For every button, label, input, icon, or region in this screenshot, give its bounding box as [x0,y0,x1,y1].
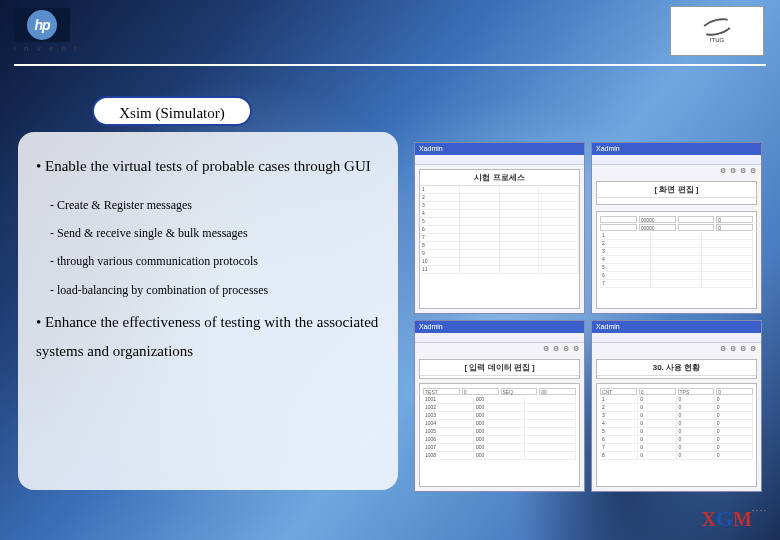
table-row: 1004000 [423,420,576,428]
xgm-x: X [702,508,716,530]
data-panel: CNT0TPS0 1000 2000 3000 4000 5000 6000 7… [596,383,757,487]
window-titlebar: Xadmin [592,143,761,155]
header-panel: [ 화면 편집 ] [596,181,757,205]
table-row: 3 [600,248,753,256]
table-row: 1007000 [423,444,576,452]
sub-bullet-3: - through various communication protocol… [50,251,380,271]
table-row: 1006000 [423,436,576,444]
toolbar-icons: ⚙ ⚙ ⚙ ⚙ [720,167,757,175]
table-row: 7000 [600,444,753,452]
table-row: 8000 [600,452,753,460]
table-row: 2000 [600,404,753,412]
itug-swirl-icon [699,15,734,39]
table-row: 4 [420,210,579,218]
bullet-2: Enhance the effectiveness of testing wit… [36,308,380,365]
toolbar-icons: ⚙ ⚙ ⚙ ⚙ [543,345,580,353]
table-row: 6 [420,226,579,234]
table-row: 6 [600,272,753,280]
table-row: 5 [420,218,579,226]
table-row: 11 [420,266,579,274]
sub-bullet-4: - load-balancing by combination of proce… [50,280,380,300]
screenshot-bl: Xadmin ⚙ ⚙ ⚙ ⚙ [ 입력 데이터 편집 ] TEST0SEQ00 … [414,320,585,492]
form-panel: 000000 000000 1 2 3 4 5 6 7 [596,211,757,309]
window-titlebar: Xadmin [592,321,761,333]
itug-logo: ITUG [670,6,764,56]
window-toolbar [592,333,761,343]
window-body: ⚙ ⚙ ⚙ ⚙ 30. 사용 현황 CNT0TPS0 1000 2000 300… [592,343,761,491]
form-row: CNT0TPS0 [600,388,753,395]
table-row: 2 [600,240,753,248]
window-toolbar [415,155,584,165]
table-row: 3 [420,202,579,210]
table-row: 9 [420,250,579,258]
table-row: 7 [600,280,753,288]
header-divider [14,64,766,66]
itug-text: ITUG [710,37,724,44]
section-title-badge: Xsim (Simulator) [92,96,252,126]
screenshot-br: Xadmin ⚙ ⚙ ⚙ ⚙ 30. 사용 현황 CNT0TPS0 1000 2… [591,320,762,492]
panel-title: [ 입력 데이터 편집 ] [420,360,579,376]
table-row: 5000 [600,428,753,436]
bullet-1: Enable the virtual tests of probable cas… [36,152,380,181]
content-card: Enable the virtual tests of probable cas… [18,132,398,490]
window-body: ⚙ ⚙ ⚙ ⚙ [ 입력 데이터 편집 ] TEST0SEQ00 1001000… [415,343,584,491]
header-panel: [ 입력 데이터 편집 ] [419,359,580,379]
hp-logo: hp [14,8,70,42]
table-row: 1003000 [423,412,576,420]
table-row: 4000 [600,420,753,428]
window-body: ⚙ ⚙ ⚙ ⚙ [ 화면 편집 ] 000000 000000 1 2 3 4 … [592,165,761,313]
table-row: 7 [420,234,579,242]
table-row: 8 [420,242,579,250]
screenshot-grid: Xadmin 시험 프로세스 1 2 3 4 5 6 7 8 9 10 11 [414,142,762,492]
window-titlebar: Xadmin [415,321,584,333]
table-row: 4 [600,256,753,264]
table-panel: 시험 프로세스 1 2 3 4 5 6 7 8 9 10 11 [419,169,580,309]
panel-title: 30. 사용 현황 [597,360,756,376]
window-body: 시험 프로세스 1 2 3 4 5 6 7 8 9 10 11 [415,165,584,313]
form-row: TEST0SEQ00 [423,388,576,395]
table-row: 3000 [600,412,753,420]
xgm-logo: XGM· · · · [702,506,766,532]
data-panel: TEST0SEQ00 1001000 1002000 1003000 10040… [419,383,580,487]
screenshot-tr: Xadmin ⚙ ⚙ ⚙ ⚙ [ 화면 편집 ] 000000 000000 1… [591,142,762,314]
window-toolbar [592,155,761,165]
table-row: 1000 [600,396,753,404]
table-row: 1005000 [423,428,576,436]
sub-bullet-1: - Create & Register messages [50,195,380,215]
table-row: 2 [420,194,579,202]
table-row: 1008000 [423,452,576,460]
sub-bullet-2: - Send & receive single & bulk messages [50,223,380,243]
hp-logo-circle: hp [27,10,57,40]
xgm-dots: · · · · [752,506,766,515]
table-row: 10 [420,258,579,266]
form-row: 000000 [600,216,753,223]
panel-title: 시험 프로세스 [420,170,579,186]
screenshot-tl: Xadmin 시험 프로세스 1 2 3 4 5 6 7 8 9 10 11 [414,142,585,314]
table-row: 1001000 [423,396,576,404]
table-row: 6000 [600,436,753,444]
window-toolbar [415,333,584,343]
form-row: 000000 [600,224,753,231]
table-row: 1 [420,186,579,194]
hp-tagline: i n v e n t [14,44,79,53]
slide: hp i n v e n t ITUG Xsim (Simulator) Ena… [0,0,780,540]
xgm-g: G [716,506,733,531]
table-row: 5 [600,264,753,272]
xgm-m: M [733,508,752,530]
window-titlebar: Xadmin [415,143,584,155]
toolbar-icons: ⚙ ⚙ ⚙ ⚙ [720,345,757,353]
header-panel: 30. 사용 현황 [596,359,757,379]
panel-title: [ 화면 편집 ] [597,182,756,198]
table-row: 1002000 [423,404,576,412]
table-row: 1 [600,232,753,240]
